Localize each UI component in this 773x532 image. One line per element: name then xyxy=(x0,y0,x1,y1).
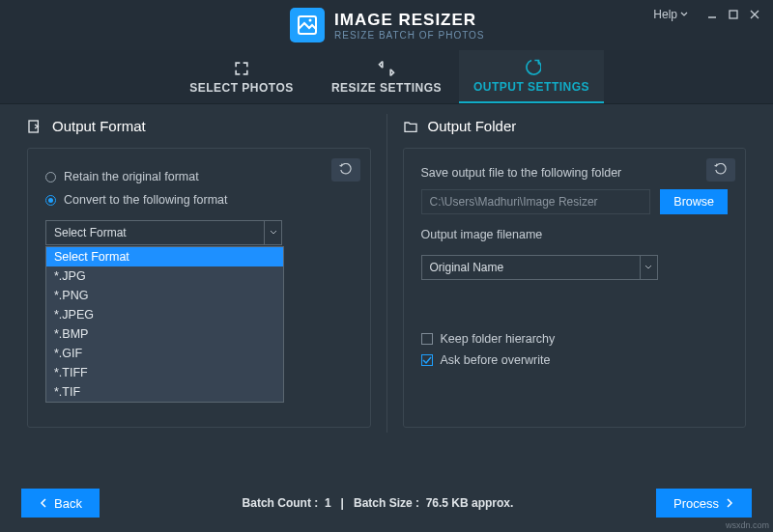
process-label: Process xyxy=(673,496,719,511)
undo-icon xyxy=(339,163,353,177)
output-folder-panel: Save output file to the following folder… xyxy=(403,148,747,428)
save-folder-label: Save output file to the following folder xyxy=(421,166,729,180)
chevron-down-icon xyxy=(264,221,281,244)
tab-output-settings[interactable]: OUTPUT SETTINGS xyxy=(459,50,604,103)
section-title: Output Folder xyxy=(428,118,517,134)
radio-icon xyxy=(45,172,56,182)
radio-retain-format[interactable]: Retain the original format xyxy=(45,170,353,183)
checkbox-icon xyxy=(421,354,433,366)
process-button[interactable]: Process xyxy=(656,489,752,518)
column-divider xyxy=(386,114,387,433)
filename-select[interactable]: Original Name xyxy=(421,255,658,280)
tab-label: RESIZE SETTINGS xyxy=(331,81,442,95)
expand-icon xyxy=(232,59,251,78)
output-folder-column: Output Folder Save output file to the fo… xyxy=(403,114,747,471)
output-format-panel: Retain the original format Convert to th… xyxy=(27,148,371,428)
radio-icon xyxy=(45,195,56,206)
undo-icon xyxy=(714,163,728,177)
app-name: IMAGE RESIZER xyxy=(334,11,485,30)
dropdown-item[interactable]: *.JPEG xyxy=(46,305,283,324)
filename-label: Output image filename xyxy=(421,228,729,241)
watermark: wsxdn.com xyxy=(726,520,769,530)
dropdown-item[interactable]: *.TIFF xyxy=(46,363,283,382)
format-select[interactable]: Select Format Select Format *.JPG *.PNG … xyxy=(45,220,282,245)
check-ask-overwrite[interactable]: Ask before overwrite xyxy=(421,353,729,367)
close-button[interactable] xyxy=(744,6,765,23)
app-logo xyxy=(290,8,325,42)
reset-format-button[interactable] xyxy=(331,158,360,182)
dropdown-item[interactable]: *.JPG xyxy=(46,266,283,286)
select-value: Original Name xyxy=(430,261,504,274)
reset-folder-button[interactable] xyxy=(706,158,735,182)
dropdown-item[interactable]: *.GIF xyxy=(46,344,283,363)
svg-rect-3 xyxy=(730,11,737,18)
dropdown-item[interactable]: *.PNG xyxy=(46,286,283,305)
tab-label: OUTPUT SETTINGS xyxy=(473,80,589,94)
back-button[interactable]: Back xyxy=(21,489,100,518)
output-format-column: Output Format Retain the original format… xyxy=(27,114,371,471)
format-dropdown: Select Format *.JPG *.PNG *.JPEG *.BMP *… xyxy=(45,246,284,403)
tab-bar: SELECT PHOTOS RESIZE SETTINGS OUTPUT SET… xyxy=(0,50,773,104)
chevron-left-icon xyxy=(39,498,48,508)
chevron-right-icon xyxy=(725,498,734,508)
radio-label: Convert to the following format xyxy=(64,193,228,207)
help-label: Help xyxy=(653,8,677,21)
folder-icon xyxy=(403,119,418,134)
help-menu[interactable]: Help xyxy=(653,8,688,21)
dropdown-item[interactable]: *.BMP xyxy=(46,324,283,344)
resize-icon xyxy=(377,59,396,78)
checkbox-icon xyxy=(421,333,433,345)
minimize-button[interactable] xyxy=(701,6,723,23)
chevron-down-icon xyxy=(680,11,688,18)
titlebar: IMAGE RESIZER RESIZE BATCH OF PHOTOS Hel… xyxy=(0,0,773,50)
checkbox-label: Keep folder hierarchy xyxy=(441,332,556,346)
chevron-down-icon xyxy=(640,256,657,279)
batch-info: Batch Count : 1 | Batch Size : 76.5 KB a… xyxy=(243,496,514,510)
radio-convert-format[interactable]: Convert to the following format xyxy=(45,193,353,207)
section-title: Output Format xyxy=(52,118,146,134)
app-subtitle: RESIZE BATCH OF PHOTOS xyxy=(334,30,485,41)
maximize-button[interactable] xyxy=(723,6,744,23)
svg-rect-6 xyxy=(29,121,38,132)
tab-label: SELECT PHOTOS xyxy=(189,81,294,95)
select-value: Select Format xyxy=(54,226,127,239)
tab-resize-settings[interactable]: RESIZE SETTINGS xyxy=(314,50,459,103)
export-icon xyxy=(27,119,43,134)
back-label: Back xyxy=(54,496,82,511)
check-keep-hierarchy[interactable]: Keep folder hierarchy xyxy=(421,332,729,346)
output-icon xyxy=(522,58,541,77)
tab-select-photos[interactable]: SELECT PHOTOS xyxy=(169,50,314,103)
dropdown-item[interactable]: Select Format xyxy=(46,247,283,266)
footer: Back Batch Count : 1 | Batch Size : 76.5… xyxy=(0,474,773,532)
dropdown-item[interactable]: *.TIF xyxy=(46,382,283,402)
output-path-input[interactable]: C:\Users\Madhuri\Image Resizer xyxy=(421,189,651,214)
svg-point-1 xyxy=(309,19,312,22)
checkbox-label: Ask before overwrite xyxy=(441,353,551,367)
radio-label: Retain the original format xyxy=(64,170,199,183)
browse-button[interactable]: Browse xyxy=(660,189,728,214)
